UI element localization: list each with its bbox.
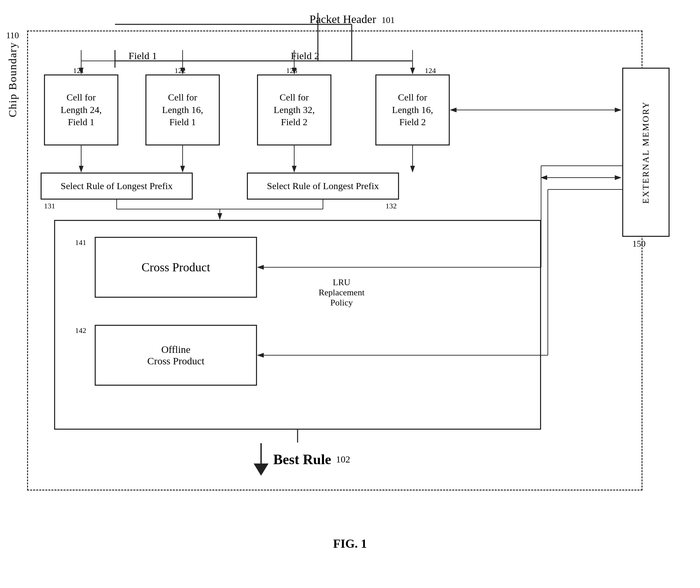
best-rule-line-top bbox=[260, 443, 262, 463]
fig-label: FIG. 1 bbox=[333, 537, 367, 551]
chip-boundary-label: 110 Chip Boundary bbox=[6, 30, 19, 117]
lru-label: LRUReplacementPolicy bbox=[298, 277, 386, 308]
ext-memory-text: EXTERNAL MEMORY bbox=[640, 101, 651, 203]
ext-memory-box: EXTERNAL MEMORY bbox=[622, 68, 670, 237]
select-rule-132-ref: 132 bbox=[386, 202, 397, 210]
field2-label: Field 2 bbox=[291, 50, 319, 62]
cell-121-ref: 121 bbox=[73, 66, 84, 75]
cell-124-ref: 124 bbox=[425, 66, 436, 75]
packet-header-text: Packet Header bbox=[309, 13, 376, 26]
best-rule-arrow bbox=[254, 463, 269, 476]
chip-label-text: Chip Boundary bbox=[6, 42, 19, 117]
select-rule-131-ref: 131 bbox=[44, 202, 55, 210]
best-rule-section: Best Rule 102 bbox=[254, 443, 350, 476]
ext-memory-ref: 150 bbox=[632, 239, 646, 249]
packet-header-ref: 101 bbox=[381, 15, 395, 25]
field1-label: Field 1 bbox=[129, 50, 157, 62]
cell-124: Cell forLength 16,Field 2 bbox=[375, 74, 450, 145]
cell-122: Cell forLength 16,Field 1 bbox=[145, 74, 220, 145]
page: Packet Header 101 110 Chip Boundary EXTE… bbox=[0, 0, 700, 588]
chip-ref: 110 bbox=[6, 30, 19, 41]
cell-122-ref: 122 bbox=[174, 66, 186, 75]
cell-123: Cell forLength 32,Field 2 bbox=[257, 74, 331, 145]
select-rule-131: Select Rule of Longest Prefix bbox=[41, 173, 193, 200]
cross-product-ref: 141 bbox=[75, 238, 86, 247]
offline-cross-product-ref: 142 bbox=[75, 326, 86, 335]
select-rule-132: Select Rule of Longest Prefix bbox=[247, 173, 399, 200]
best-rule-text: Best Rule bbox=[273, 451, 331, 468]
cell-123-ref: 123 bbox=[286, 66, 297, 75]
best-rule-ref: 102 bbox=[336, 454, 350, 465]
cell-121: Cell forLength 24,Field 1 bbox=[44, 74, 118, 145]
packet-header-title: Packet Header 101 bbox=[309, 13, 395, 26]
offline-cross-product-box: Offline Cross Product bbox=[95, 325, 257, 386]
cross-product-box: Cross Product bbox=[95, 237, 257, 298]
